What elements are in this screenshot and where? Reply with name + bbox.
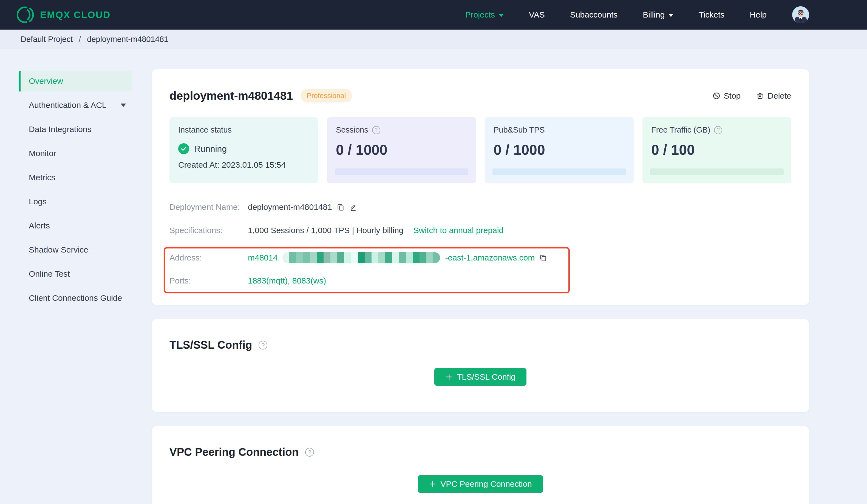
redacted-block xyxy=(378,252,385,263)
nav-item-tickets[interactable]: Tickets xyxy=(699,10,725,20)
sidebar-item-label: Client Connections Guide xyxy=(29,293,122,303)
copy-icon[interactable] xyxy=(336,203,345,211)
brand[interactable]: EMQX CLOUD xyxy=(17,6,110,23)
redacted-block xyxy=(426,252,433,263)
pubsub-tps-card: Pub&Sub TPS 0 / 1000 xyxy=(485,117,634,183)
stat-label: Free Traffic (GB) xyxy=(651,125,710,134)
nav-item-subaccounts[interactable]: Subaccounts xyxy=(570,10,618,20)
plus-icon xyxy=(445,373,453,381)
vpc-peering-section: VPC Peering Connection VPC Peering Conne… xyxy=(152,426,809,504)
add-vpc-peering-button[interactable]: VPC Peering Connection xyxy=(418,475,543,493)
breadcrumb-separator: / xyxy=(79,35,81,44)
sidebar-item-data-integrations[interactable]: Data Integrations xyxy=(19,119,132,140)
help-icon[interactable] xyxy=(372,126,380,134)
sidebar-item-client-connections-guide[interactable]: Client Connections Guide xyxy=(19,288,132,308)
redacted-block xyxy=(406,252,413,263)
sidebar-item-label: Monitor xyxy=(29,149,56,158)
page-title: deployment-m4801481 xyxy=(170,89,293,102)
sidebar-item-label: Logs xyxy=(29,197,46,206)
redacted-block xyxy=(330,252,337,263)
edit-icon[interactable] xyxy=(349,203,357,211)
redacted-block xyxy=(385,252,392,263)
redacted-block xyxy=(289,252,296,263)
address-row: Address: m48014-east-1.amazonaws.com xyxy=(170,252,568,263)
nav-item-help[interactable]: Help xyxy=(750,10,767,20)
instance-status-card: Instance status Running Created At: 2023… xyxy=(170,117,318,183)
nav-item-projects[interactable]: Projects xyxy=(465,10,504,20)
switch-annual-prepaid-link[interactable]: Switch to annual prepaid xyxy=(414,226,504,235)
redacted-block xyxy=(337,252,344,263)
stat-label: Pub&Sub TPS xyxy=(494,125,545,134)
redacted-block xyxy=(433,252,440,263)
address-prefix: m48014 xyxy=(248,253,278,262)
help-icon[interactable] xyxy=(714,126,722,134)
button-label: VPC Peering Connection xyxy=(440,479,532,489)
vpc-section-title: VPC Peering Connection xyxy=(170,446,299,458)
breadcrumb-deployment: deployment-m4801481 xyxy=(87,35,168,44)
redacted-block xyxy=(365,252,372,263)
redacted-block xyxy=(317,252,323,263)
button-label: TLS/SSL Config xyxy=(457,372,515,382)
sidebar-item-online-test[interactable]: Online Test xyxy=(19,263,132,284)
stat-value: 0 / 1000 xyxy=(336,142,467,158)
nav-item-billing[interactable]: Billing xyxy=(643,10,673,20)
stop-button[interactable]: Stop xyxy=(713,91,741,100)
sidebar-item-label: Overview xyxy=(29,76,63,86)
sidebar-item-overview[interactable]: Overview xyxy=(19,71,132,91)
redacted-address xyxy=(282,252,440,263)
user-avatar[interactable] xyxy=(792,6,810,24)
redacted-block xyxy=(399,252,406,263)
redacted-block xyxy=(392,252,399,263)
stat-value: 0 / 100 xyxy=(651,142,783,158)
tls-section-title: TLS/SSL Config xyxy=(170,339,252,351)
check-circle-icon xyxy=(178,143,189,154)
breadcrumb-project[interactable]: Default Project xyxy=(21,35,73,44)
help-icon[interactable] xyxy=(259,341,267,350)
info-label: Deployment Name: xyxy=(170,202,248,212)
sidebar-item-logs[interactable]: Logs xyxy=(19,191,132,212)
redacted-block xyxy=(296,252,303,263)
trash-icon xyxy=(756,92,764,100)
sidebar-item-metrics[interactable]: Metrics xyxy=(19,167,132,188)
nav-item-label: Tickets xyxy=(699,10,725,20)
sidebar-item-shadow-service[interactable]: Shadow Service xyxy=(19,239,132,260)
ban-icon xyxy=(713,92,720,100)
stat-label: Sessions xyxy=(336,125,368,134)
add-tls-config-button[interactable]: TLS/SSL Config xyxy=(434,368,526,386)
deployment-overview-card: deployment-m4801481 Professional Stop xyxy=(152,69,809,305)
sidebar-item-label: Shadow Service xyxy=(29,245,88,254)
redacted-block xyxy=(419,252,426,263)
chevron-down-icon xyxy=(499,14,504,17)
plus-icon xyxy=(429,480,437,488)
redacted-block xyxy=(372,252,378,263)
stop-label: Stop xyxy=(724,91,741,100)
stat-label: Instance status xyxy=(178,125,310,134)
redacted-block xyxy=(323,252,330,263)
sidebar-item-alerts[interactable]: Alerts xyxy=(19,215,132,236)
sidebar-item-authentication-acl[interactable]: Authentication & ACL xyxy=(19,95,132,116)
nav-item-vas[interactable]: VAS xyxy=(529,10,545,20)
emqx-logo-icon xyxy=(17,6,34,23)
status-text: Running xyxy=(194,144,227,154)
redacted-block xyxy=(344,252,351,263)
sidebar: Overview Authentication & ACL Data Integ… xyxy=(0,49,152,504)
progress-bar xyxy=(335,168,468,175)
specifications-row: Specifications: 1,000 Sessions / 1,000 T… xyxy=(170,226,791,235)
sidebar-item-label: Metrics xyxy=(29,173,55,182)
copy-icon[interactable] xyxy=(539,254,547,262)
help-icon[interactable] xyxy=(305,448,314,457)
address-suffix: -east-1.amazonaws.com xyxy=(445,253,535,262)
stats-row: Instance status Running Created At: 2023… xyxy=(170,117,791,183)
redacted-block xyxy=(413,252,419,263)
specifications-value: 1,000 Sessions / 1,000 TPS | Hourly bill… xyxy=(248,226,404,235)
delete-label: Delete xyxy=(768,91,791,100)
nav-item-label: Subaccounts xyxy=(570,10,618,20)
redacted-block xyxy=(282,252,289,263)
chevron-down-icon xyxy=(121,103,126,107)
delete-button[interactable]: Delete xyxy=(756,91,791,100)
plan-badge: Professional xyxy=(301,89,352,102)
sidebar-item-label: Authentication & ACL xyxy=(29,100,107,110)
nav-item-label: Billing xyxy=(643,10,665,20)
nav-item-label: Help xyxy=(750,10,767,20)
sidebar-item-monitor[interactable]: Monitor xyxy=(19,143,132,164)
